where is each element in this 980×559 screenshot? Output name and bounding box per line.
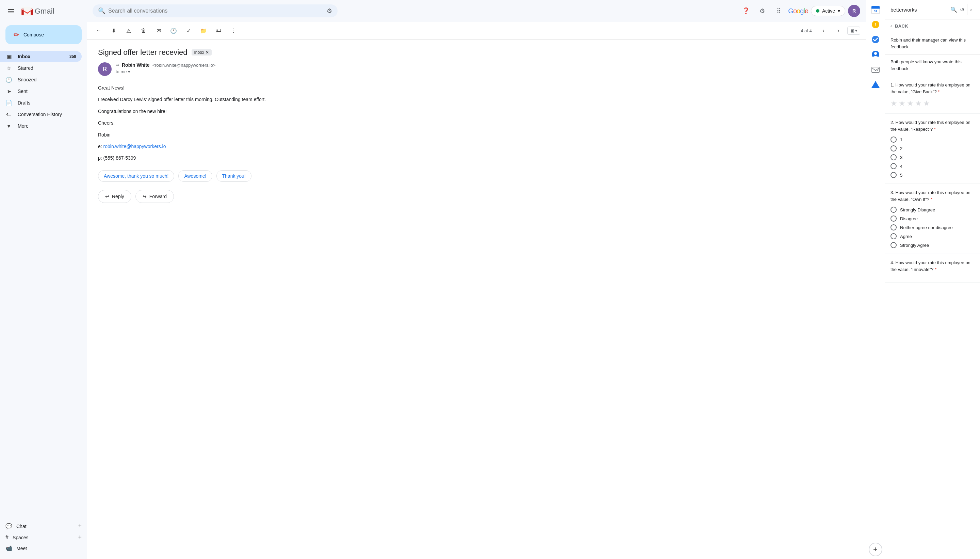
q3-radio-sd[interactable] xyxy=(891,207,897,213)
sidebar-item-label: Inbox xyxy=(18,54,64,59)
more-options-button[interactable]: ⋮ xyxy=(227,25,239,37)
betterworks-back-button[interactable]: ‹ BACK xyxy=(885,20,980,33)
sidebar-item-sent[interactable]: ➤ Sent xyxy=(0,86,82,97)
q3-option-agree[interactable]: Agree xyxy=(891,233,975,239)
q3-option-strongly-disagree[interactable]: Strongly Disagree xyxy=(891,207,975,213)
app-icon-check[interactable] xyxy=(869,33,882,46)
search-input[interactable] xyxy=(108,8,324,14)
star-2[interactable]: ★ xyxy=(899,99,906,108)
label-button[interactable]: 🏷 xyxy=(212,25,224,37)
sender-avatar: R xyxy=(98,62,112,76)
compose-button[interactable]: ✏ Compose xyxy=(5,25,82,44)
q3-radio-sa[interactable] xyxy=(891,242,897,248)
q3-option-disagree[interactable]: Disagree xyxy=(891,215,975,222)
mark-unread-button[interactable]: ✉ xyxy=(152,25,165,37)
help-button[interactable]: ❓ xyxy=(739,4,753,18)
move-to-button[interactable]: 📁 xyxy=(197,25,210,37)
q3-required-marker: * xyxy=(931,197,932,202)
q2-option-1[interactable]: 1 xyxy=(891,137,975,143)
view-toggle[interactable]: ▣ ▾ xyxy=(847,26,860,35)
prev-email-button[interactable]: ‹ xyxy=(817,25,830,37)
sig-email-link[interactable]: robin.white@happyworkers.io xyxy=(104,144,166,149)
apps-button[interactable]: ⠿ xyxy=(772,4,785,18)
settings-button[interactable]: ⚙ xyxy=(756,4,769,18)
sidebar-item-conversation-history[interactable]: 🏷 Conversation History xyxy=(0,109,82,120)
email-meta: R ⇒ Robin White <robin.white@happyworker… xyxy=(98,62,855,76)
inbox-tag-close[interactable]: ✕ xyxy=(206,50,209,55)
q3-radio-group: Strongly Disagree Disagree Neither agree… xyxy=(891,207,975,248)
back-button[interactable]: ← xyxy=(92,25,105,37)
search-bar[interactable]: 🔍 ⚙ xyxy=(92,5,338,17)
star-4[interactable]: ★ xyxy=(915,99,922,108)
app-icon-mail2[interactable] xyxy=(869,63,882,76)
email-toolbar: ← ⬇ ⚠ 🗑 ✉ 🕐 ✓ 📁 🏷 ⋮ 4 of 4 ‹ › ▣ ▾ xyxy=(87,22,866,40)
delete-button[interactable]: 🗑 xyxy=(137,25,150,37)
sidebar-item-more[interactable]: ▾ More xyxy=(0,121,82,131)
reply-button[interactable]: ↩ Reply xyxy=(98,190,131,203)
app-icon-tasks[interactable]: ! xyxy=(869,18,882,31)
betterworks-question2: 2. How would your rate this employee on … xyxy=(885,114,980,184)
more-chevron-icon: ▾ xyxy=(5,123,12,129)
q2-radio-group: 1 2 3 4 5 xyxy=(891,137,975,178)
forward-indicator-icon: ⇒ xyxy=(116,63,119,68)
report-spam-button[interactable]: ⚠ xyxy=(122,25,135,37)
q2-radio-1[interactable] xyxy=(891,137,897,143)
star-5[interactable]: ★ xyxy=(923,99,930,108)
meet-label: Meet xyxy=(16,546,82,551)
sidebar-item-inbox[interactable]: ▣ Inbox 358 xyxy=(0,51,82,62)
to-label: to me xyxy=(116,69,127,74)
app-icon-profile[interactable] xyxy=(869,48,882,61)
q3-radio-n[interactable] xyxy=(891,224,897,230)
betterworks-search-icon[interactable]: 🔍 xyxy=(950,7,957,13)
app-icon-analytics[interactable] xyxy=(869,78,882,91)
back-chevron-icon: ‹ xyxy=(891,23,892,28)
chat-add-icon[interactable]: + xyxy=(78,523,82,530)
q3-radio-d[interactable] xyxy=(891,215,897,222)
q2-radio-4[interactable] xyxy=(891,163,897,169)
q2-option-2[interactable]: 2 xyxy=(891,146,975,152)
betterworks-logo: betterworks xyxy=(891,7,917,13)
sidebar-item-drafts[interactable]: 📄 Drafts xyxy=(0,98,82,108)
q2-radio-5[interactable] xyxy=(891,172,897,178)
sidebar-item-snoozed[interactable]: 🕐 Snoozed xyxy=(0,74,82,85)
app-icon-calendar[interactable]: 31 xyxy=(869,3,882,17)
spaces-add-icon[interactable]: + xyxy=(78,534,82,541)
betterworks-info1: Robin and their manager can view this fe… xyxy=(885,33,980,55)
q3-option-neutral[interactable]: Neither agree nor disagree xyxy=(891,224,975,230)
sidebar-spaces-section[interactable]: # Spaces + xyxy=(0,532,87,543)
sidebar-meet-section[interactable]: 📹 Meet xyxy=(0,543,87,554)
q2-option-3[interactable]: 3 xyxy=(891,154,975,160)
q3-radio-a[interactable] xyxy=(891,233,897,239)
q3-option-strongly-agree[interactable]: Strongly Agree xyxy=(891,242,975,248)
quick-reply-thankyou[interactable]: Thank you! xyxy=(216,170,251,182)
snooze-button[interactable]: 🕐 xyxy=(167,25,180,37)
search-filter-icon[interactable]: ⚙ xyxy=(327,7,332,15)
hamburger-menu[interactable] xyxy=(5,5,17,17)
betterworks-refresh-icon[interactable]: ↺ xyxy=(960,7,964,13)
quick-reply-awesome-thanks[interactable]: Awesome, thank you so much! xyxy=(98,170,174,182)
sidebar-chat-section[interactable]: 💬 Chat + xyxy=(0,521,87,532)
next-email-button[interactable]: › xyxy=(832,25,845,37)
sidebar-item-starred[interactable]: ☆ Starred xyxy=(0,63,82,74)
q2-option-1-label: 1 xyxy=(900,137,902,142)
q2-option-5[interactable]: 5 xyxy=(891,172,975,178)
q2-radio-2[interactable] xyxy=(891,146,897,152)
active-status-button[interactable]: Active ▾ xyxy=(811,6,845,16)
q2-option-4[interactable]: 4 xyxy=(891,163,975,169)
active-chevron-icon: ▾ xyxy=(838,8,840,13)
user-avatar[interactable]: R xyxy=(848,5,860,17)
main-area: 🔍 ⚙ ❓ ⚙ ⠿ Google Active ▾ R ← ⬇ ⚠ 🗑 xyxy=(87,0,866,559)
quick-reply-awesome[interactable]: Awesome! xyxy=(178,170,212,182)
add-task-button[interactable]: ✓ xyxy=(182,25,195,37)
star-1[interactable]: ★ xyxy=(891,99,898,108)
q2-radio-3[interactable] xyxy=(891,154,897,160)
right-apps-panel: 31 ! + xyxy=(866,0,885,559)
archive-button[interactable]: ⬇ xyxy=(107,25,120,37)
pagination-info: 4 of 4 xyxy=(801,28,812,33)
forward-button[interactable]: ↪ Forward xyxy=(135,190,174,203)
betterworks-expand-button[interactable]: › xyxy=(967,4,975,15)
star-3[interactable]: ★ xyxy=(907,99,914,108)
add-app-button[interactable]: + xyxy=(869,542,882,556)
betterworks-actions: 🔍 ↺ xyxy=(950,7,964,13)
betterworks-q1-text: 1. How would your rate this employee on … xyxy=(891,82,975,95)
